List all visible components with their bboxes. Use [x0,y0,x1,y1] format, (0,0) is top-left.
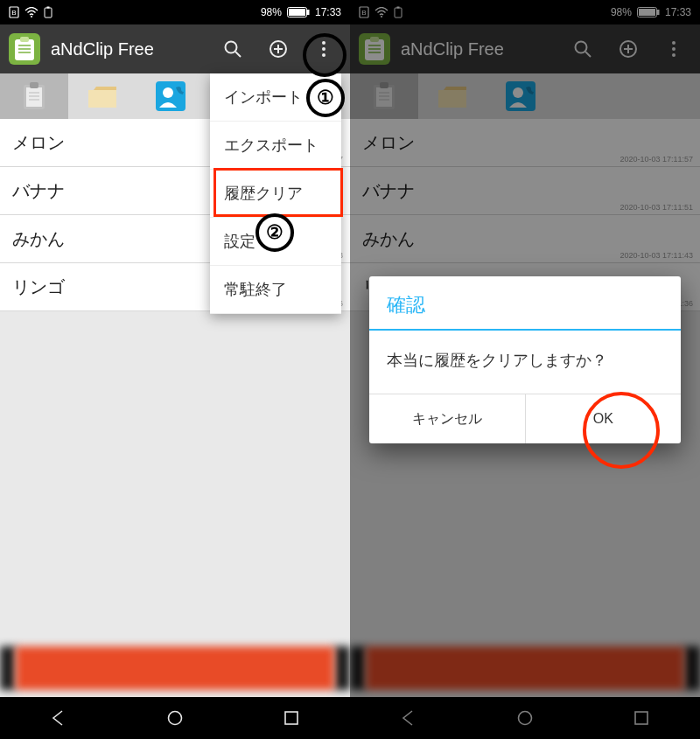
svg-point-30 [168,712,181,725]
battery-icon [287,7,310,17]
clip-text: バナナ [362,179,415,203]
ad-edge [0,646,16,690]
svg-point-13 [226,42,237,53]
clip-text: メロン [12,131,65,155]
app-title: aNdClip Free [401,39,504,59]
list-item[interactable]: メロン 2020-10-03 17:11:57 [350,119,700,167]
tab-contact[interactable] [486,73,555,119]
ad-edge [334,646,350,690]
svg-point-45 [576,42,587,53]
svg-rect-63 [635,712,648,724]
nav-recent[interactable] [615,701,668,736]
app-title: aNdClip Free [51,39,154,59]
clip-timestamp: 2020-10-03 17:11:51 [620,203,693,212]
svg-rect-4 [47,7,50,9]
contact-icon [506,81,536,111]
menu-clear-history[interactable]: 履歴クリア [210,170,341,218]
nav-home[interactable] [149,701,201,736]
nav-bar [0,697,350,739]
plus-circle-icon [268,38,289,59]
action-bar: aNdClip Free [350,24,700,73]
ad-banner[interactable] [16,646,334,690]
svg-rect-40 [365,39,384,60]
clock: 17:33 [315,6,341,18]
menu-stop-resident[interactable]: 常駐終了 [210,266,341,314]
tab-folder[interactable] [418,73,486,119]
nav-back[interactable] [382,701,435,736]
search-button[interactable] [212,28,254,70]
svg-point-20 [322,53,326,57]
svg-text:B: B [361,9,366,17]
svg-point-18 [322,41,326,45]
svg-rect-55 [380,82,388,88]
dialog-cancel-button[interactable]: キャンセル [369,394,525,443]
screenshot-right: B 98% 17:33 aNdClip Free [350,0,700,739]
status-bar: B 98% 17:33 [0,0,350,24]
nav-back[interactable] [32,701,85,736]
svg-point-52 [672,53,676,57]
battery-small-icon [44,6,52,18]
menu-import[interactable]: インポート [210,73,341,122]
plus-circle-icon [618,38,639,59]
dialog-title: 確認 [369,276,681,331]
battery-icon [637,7,660,17]
overflow-menu: インポート エクスポート 履歴クリア 設定 常駐終了 [210,73,341,314]
svg-point-34 [381,16,382,17]
ad-banner[interactable] [366,646,684,690]
contact-icon [156,81,186,111]
dialog-ok-button[interactable]: OK [525,394,682,443]
clip-text: リンゴ [12,275,65,299]
tab-strip [350,73,700,119]
list-item[interactable]: みかん 2020-10-03 17:11:43 [350,215,700,263]
clip-timestamp: 2020-10-03 17:11:57 [620,155,693,164]
doc-icon: B [359,6,369,18]
tab-clipboard[interactable] [350,73,418,119]
nav-home[interactable] [499,701,551,736]
tab-contact[interactable] [136,73,205,119]
svg-point-19 [322,47,326,51]
svg-rect-6 [289,9,305,16]
svg-rect-41 [370,37,379,42]
ad-edge [350,646,366,690]
clip-text: みかん [12,227,65,251]
clip-text: メロン [362,131,415,155]
ad-edge [684,646,700,690]
recent-icon [634,710,649,726]
battery-pct: 98% [611,6,632,18]
svg-point-51 [672,47,676,51]
add-button[interactable] [607,28,649,70]
svg-rect-9 [20,37,29,42]
app-icon [9,33,40,65]
home-icon [516,709,534,727]
svg-rect-22 [26,87,42,107]
svg-rect-59 [438,90,466,108]
svg-rect-54 [376,87,392,107]
overflow-button[interactable] [303,28,345,70]
svg-point-29 [163,87,173,98]
nav-bar [350,697,700,739]
svg-point-61 [513,87,523,98]
tab-folder[interactable] [68,73,136,119]
svg-point-50 [672,41,676,45]
app-icon [359,33,390,65]
list-item[interactable]: バナナ 2020-10-03 17:11:51 [350,167,700,215]
menu-settings[interactable]: 設定 [210,218,341,266]
add-button[interactable] [257,28,299,70]
screenshot-left: B 98% 17:33 aNdClip Fr [0,0,350,739]
menu-export[interactable]: エクスポート [210,122,341,170]
more-vert-icon [663,38,684,59]
back-icon [50,709,67,727]
folder-icon [437,83,468,109]
nav-recent[interactable] [265,701,318,736]
wifi-icon [374,7,388,17]
search-button[interactable] [562,28,604,70]
dialog-button-bar: キャンセル OK [369,394,681,443]
clipboard-icon [371,81,397,111]
svg-rect-39 [657,10,660,15]
search-icon [222,38,243,59]
tab-clipboard[interactable] [0,73,68,119]
clip-text: バナナ [12,179,65,203]
back-icon [400,709,417,727]
overflow-button[interactable] [653,28,695,70]
clipboard-icon [21,81,47,111]
